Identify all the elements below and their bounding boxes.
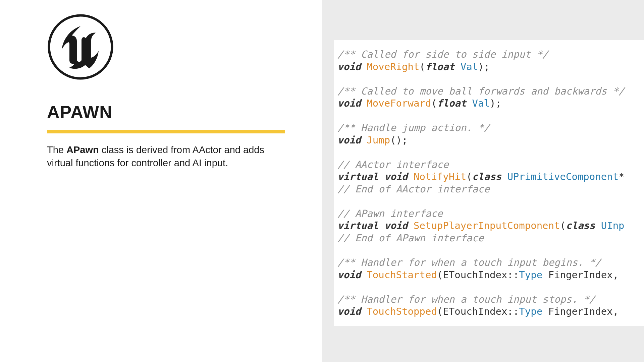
slide: APAWN The APawn class is derived from AA… <box>0 0 644 362</box>
code-keyword: void <box>337 134 361 146</box>
code-keyword: float <box>437 98 466 109</box>
code-type: Type <box>519 306 542 317</box>
unreal-logo <box>47 13 275 82</box>
code-punct: ); <box>490 98 501 109</box>
code-keyword: class <box>566 220 595 231</box>
code-function: MoveForward <box>367 98 431 109</box>
code-comment: // AActor interface <box>337 159 449 170</box>
code-punct: ( <box>466 171 472 182</box>
unreal-engine-icon <box>47 13 114 80</box>
code-punct: , <box>613 269 619 281</box>
code-function: NotifyHit <box>414 171 466 182</box>
code-namespace: ETouchIndex:: <box>443 269 519 281</box>
code-function: MoveRight <box>367 61 419 72</box>
right-pane: /** Called for side to side input */ voi… <box>322 0 644 362</box>
code-punct: (); <box>390 134 408 146</box>
code-keyword: void <box>337 98 361 109</box>
code-param: FingerIndex <box>542 306 613 317</box>
code-keyword: virtual <box>337 171 378 182</box>
code-function: Jump <box>367 134 390 146</box>
code-comment: // APawn interface <box>337 208 443 219</box>
svg-point-0 <box>49 15 112 78</box>
code-comment: /** Handle jump action. */ <box>337 122 490 133</box>
code-comment: /** Called for side to side input */ <box>337 49 548 60</box>
code-punct: ); <box>478 61 490 72</box>
code-namespace: ETouchIndex:: <box>443 306 519 317</box>
title-underline <box>47 130 285 133</box>
code-param: Val <box>454 61 478 72</box>
code-keyword: class <box>472 171 501 182</box>
code-comment: // End of APawn interface <box>337 232 484 244</box>
code-block: /** Called for side to side input */ voi… <box>334 40 644 326</box>
description: The APawn class is derived from AActor a… <box>47 143 268 170</box>
code-punct: ( <box>419 61 425 72</box>
code-function: TouchStarted <box>367 269 437 281</box>
left-pane: APAWN The APawn class is derived from AA… <box>0 0 322 362</box>
code-punct: ( <box>437 269 443 281</box>
code-type: UPrimitiveComponent <box>501 171 619 182</box>
code-function: TouchStopped <box>367 306 437 317</box>
code-keyword: void <box>337 61 361 72</box>
page-title: APAWN <box>47 102 275 122</box>
code-keyword: void <box>384 171 408 182</box>
description-prefix: The <box>47 144 66 155</box>
code-punct: ( <box>431 98 437 109</box>
code-param: Val <box>466 98 490 109</box>
code-comment: /** Handler for when a touch input begin… <box>337 257 601 268</box>
code-keyword: void <box>337 306 361 317</box>
code-type: UInp <box>595 220 624 231</box>
code-punct: , <box>613 306 619 317</box>
code-comment: // End of AActor interface <box>337 183 490 195</box>
code-keyword: void <box>384 220 408 231</box>
code-param: FingerIndex <box>542 269 613 281</box>
code-punct: ( <box>560 220 566 231</box>
code-keyword: float <box>425 61 454 72</box>
code-function: SetupPlayerInputComponent <box>414 220 560 231</box>
code-punct: ( <box>437 306 443 317</box>
code-type: Type <box>519 269 542 281</box>
code-keyword: void <box>337 269 361 281</box>
code-punct: * <box>619 171 624 182</box>
code-keyword: virtual <box>337 220 378 231</box>
description-bold: APawn <box>66 144 99 155</box>
code-comment: /** Called to move ball forwards and bac… <box>337 85 625 97</box>
code-comment: /** Handler for when a touch input stops… <box>337 294 595 305</box>
